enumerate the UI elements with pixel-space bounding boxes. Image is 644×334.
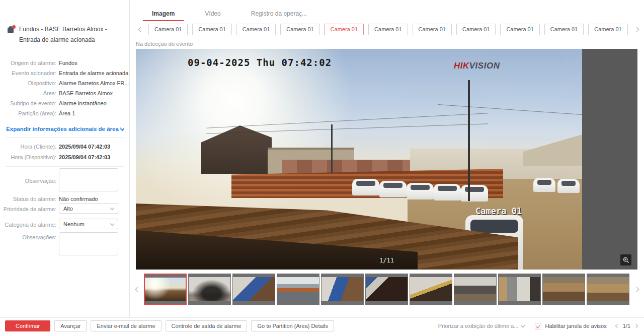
alarm-field-row: Partição (área):Área 1: [0, 109, 130, 118]
alarm-field-row: Subtipo de evento:Alarme instantâneo: [0, 99, 130, 108]
time-field-row: Hora (Cliente):2025/09/04 07:42:03: [0, 142, 130, 151]
enviar-e-mail-de-alarme-button[interactable]: Enviar e-mail de alarme: [91, 320, 161, 331]
camera-button[interactable]: Camera 01: [148, 24, 188, 35]
thumbnail-strip: [133, 273, 641, 306]
page-count: 1/1: [623, 323, 630, 329]
status-value: Não confirmado: [59, 196, 98, 202]
image-page-indicator: 1/11: [376, 256, 397, 264]
thumbs-scroll-right-icon[interactable]: [632, 285, 641, 294]
thumbnail-boxes-b[interactable]: [587, 274, 629, 305]
hikvision-logo: HIKVISION: [454, 61, 500, 71]
camera-button[interactable]: Camera 01: [588, 24, 627, 35]
thumbnail-image: [233, 277, 275, 301]
tab-v-deo[interactable]: Vídeo: [196, 7, 229, 21]
divider: [6, 166, 124, 167]
observacoes-label: Observações:: [0, 234, 56, 240]
thumbnail-parking-lot[interactable]: [277, 274, 319, 305]
camera-image-viewer: 09-04-2025 Thu 07:42:02 HIKVISION Camera…: [136, 49, 637, 270]
observacao-textarea[interactable]: [59, 168, 118, 191]
thumbnail-boxes-a[interactable]: [542, 274, 585, 305]
thumbnail-image: [587, 277, 629, 301]
tab-registro-da-opera-[interactable]: Registro da operaç...: [242, 7, 316, 21]
observacao-label: Observação:: [0, 178, 56, 184]
magnifier-plus-icon[interactable]: [620, 254, 631, 265]
alarm-field-row: Evento acionador:Entrada de alarme acion…: [0, 69, 130, 78]
status-label: Status do alarme:: [0, 196, 56, 202]
chevron-down-icon: [521, 323, 525, 327]
avan-ar-button[interactable]: Avançar: [54, 320, 87, 331]
thumbnail-warehouse-shelves[interactable]: [232, 274, 275, 305]
thumbnail-corridor[interactable]: [498, 274, 541, 305]
go-to-partition-area-details-button[interactable]: Go to Partition (Area) Details: [251, 320, 334, 331]
camera-button[interactable]: Camera 01: [280, 24, 319, 35]
camera-button[interactable]: Camera 01: [368, 24, 408, 35]
thumbnail-garage[interactable]: [188, 274, 231, 305]
osd-camera-label: Camera 01: [475, 206, 522, 216]
categoria-label: Categoria de alarme:: [0, 222, 56, 228]
controle-de-sa-da-de-alarme-button[interactable]: Controle de saída de alarme: [166, 320, 248, 331]
thumbnail-image: [499, 277, 540, 301]
thumbnail-image: [145, 278, 186, 301]
camera-button[interactable]: Camera 01: [192, 24, 231, 35]
event-caption: Na detecção do evento: [136, 41, 193, 47]
thumbnail-outdoor-yard[interactable]: [144, 274, 187, 305]
enable-popup-checkbox[interactable]: [535, 323, 541, 329]
alarm-field-row: Área:BASE Barretos Almox: [0, 89, 130, 98]
thumbnail-storage-corner[interactable]: [410, 274, 452, 305]
tab-imagem[interactable]: Imagem: [143, 7, 184, 21]
thumbnail-image: [189, 277, 230, 301]
thumbnail-office[interactable]: [454, 274, 497, 305]
thumbnail-image: [321, 277, 363, 301]
camera-button[interactable]: Camera 01: [236, 24, 276, 35]
thumbnail-image: [543, 277, 585, 301]
expand-area-info-link[interactable]: Expandir informações adicionais de área: [0, 126, 130, 132]
alarm-detail-window: Fundos - BASE Barretos Almox - Entrada d…: [0, 0, 644, 334]
categoria-select[interactable]: Nenhum: [59, 219, 118, 229]
scroll-right-icon[interactable]: [632, 25, 641, 34]
double-chevron-down-icon: [121, 128, 124, 130]
thumbnail-image: [410, 277, 452, 301]
chevron-down-icon: [110, 206, 114, 210]
thumbnail-image: [366, 277, 408, 301]
display-priority-dropdown[interactable]: Priorizar a exibição do último a...: [438, 323, 525, 329]
divider: [6, 137, 124, 138]
thumbnail-warehouse-bins[interactable]: [321, 274, 364, 305]
alarm-siren-icon: [7, 25, 16, 34]
thumbs-scroll-left-icon[interactable]: [133, 285, 142, 294]
alarm-header: Fundos - BASE Barretos Almox - Entrada d…: [7, 24, 124, 45]
enable-popup-label: Habilitar janela de avisos: [545, 323, 606, 329]
confirmar-button[interactable]: Confirmar: [5, 320, 50, 331]
thumbnail-image: [454, 277, 496, 301]
camera-snapshot: 09-04-2025 Thu 07:42:02 HIKVISION Camera…: [136, 49, 582, 270]
main-panel: ImagemVídeoRegistro da operaç... Camera …: [130, 0, 644, 317]
camera-button[interactable]: Camera 01: [544, 24, 584, 35]
page-prev-icon[interactable]: [614, 321, 620, 330]
thumbnail-image: [277, 277, 319, 301]
camera-button[interactable]: Camera 01: [325, 24, 364, 35]
tab-bar: ImagemVídeoRegistro da operaç...: [143, 7, 328, 21]
observacoes-textarea[interactable]: [59, 232, 118, 255]
alarm-title: Fundos - BASE Barretos Almox - Entrada d…: [19, 24, 124, 45]
thumbnail-dark-desk[interactable]: [365, 274, 408, 305]
camera-button[interactable]: Camera 01: [500, 24, 539, 35]
alarm-field-row: Origem do alarme:Fundos: [0, 58, 130, 68]
time-field-row: Hora (Dispositivo):2025/09/04 07:42:03: [0, 153, 130, 162]
page-next-icon[interactable]: [633, 321, 639, 330]
scroll-left-icon[interactable]: [136, 25, 145, 34]
chevron-down-icon: [110, 221, 114, 225]
action-bar: ConfirmarAvançarEnviar e-mail de alarmeC…: [0, 317, 644, 334]
camera-button[interactable]: Camera 01: [413, 24, 452, 35]
footer-pagination: 1/1: [614, 321, 639, 330]
prioridade-select[interactable]: Alto: [59, 203, 118, 214]
osd-timestamp: 09-04-2025 Thu 07:42:02: [188, 57, 332, 68]
camera-button[interactable]: Camera 01: [456, 24, 496, 35]
alarm-field-row: Dispositivo:Alarme Barretos Almox FR...: [0, 79, 130, 88]
prioridade-label: Prioridade de alarme:: [0, 206, 56, 212]
alarm-info-sidebar: Fundos - BASE Barretos Almox - Entrada d…: [0, 0, 130, 317]
camera-button-row: Camera 01Camera 01Camera 01Camera 01Came…: [136, 23, 641, 35]
